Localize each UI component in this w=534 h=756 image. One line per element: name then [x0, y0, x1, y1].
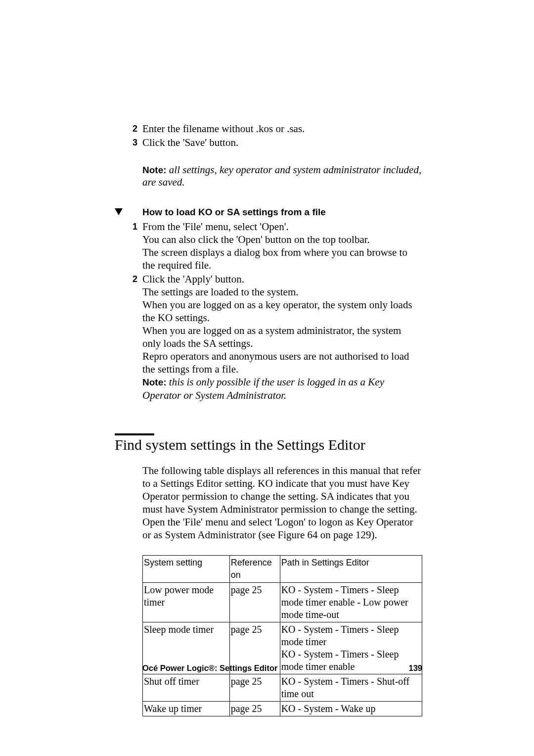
table-row: Low power mode timer page 25 KO - System…: [143, 583, 422, 622]
table-row: Wake up timer page 25 KO - System - Wake…: [143, 702, 422, 716]
footer-title: Océ Power Logic®: Settings Editor: [142, 663, 277, 673]
cell-system-setting: Wake up timer: [143, 702, 230, 716]
step-number: 1: [115, 220, 142, 272]
svg-marker-0: [115, 208, 123, 215]
step-line: You can also click the 'Open' button on …: [142, 233, 422, 246]
step-line: The screen displays a dialog box from wh…: [142, 246, 422, 272]
cell-reference: page 25: [229, 702, 280, 716]
step-number: 3: [115, 136, 142, 149]
step-line: Click the 'Apply' button.: [142, 273, 422, 285]
cell-path: KO - System - Timers - Sleep mode timer …: [280, 583, 422, 622]
step-line: When you are logged on as a system admin…: [142, 324, 422, 350]
note-text: this is only possible if the user is log…: [142, 376, 384, 401]
section-rule: [115, 433, 422, 435]
step-text: Click the 'Save' button.: [142, 136, 422, 149]
table-row: Shut off timer page 25 KO - System - Tim…: [143, 674, 422, 702]
step-body: From the 'File' menu, select 'Open'. You…: [142, 220, 422, 272]
proc-step-1: 1 From the 'File' menu, select 'Open'. Y…: [115, 220, 422, 272]
table-header-row: System setting Reference on Path in Sett…: [143, 556, 422, 583]
step-line: The settings are loaded to the system.: [142, 285, 422, 298]
cell-reference: page 25: [229, 674, 280, 702]
procedure-heading: How to load KO or SA settings from a fil…: [142, 207, 326, 218]
section-paragraph: The following table displays all referen…: [142, 464, 422, 541]
proc-step-2: 2 Click the 'Apply' button. The settings…: [115, 273, 422, 402]
note-label: Note:: [142, 165, 167, 175]
cell-system-setting: Shut off timer: [143, 674, 230, 702]
cell-path: KO - System - Timers - Shut-off time out: [280, 674, 422, 702]
page-footer: Océ Power Logic®: Settings Editor 139: [142, 663, 422, 673]
step-line: When you are logged on as a key operator…: [142, 298, 422, 324]
th-path: Path in Settings Editor: [280, 556, 422, 583]
step-number: 2: [115, 122, 142, 135]
step-text: Enter the filename without .kos or .sas.: [142, 122, 422, 135]
cell-system-setting: Low power mode timer: [143, 583, 230, 622]
note-save-all-settings: Note: all settings, key operator and sys…: [142, 164, 422, 189]
document-page: 2 Enter the filename without .kos or .sa…: [0, 0, 534, 716]
note-label: Note:: [142, 377, 167, 387]
settings-table: System setting Reference on Path in Sett…: [142, 555, 422, 716]
step-line: Repro operators and anonymous users are …: [142, 350, 422, 376]
th-reference-on: Reference on: [229, 556, 280, 583]
cell-reference: page 25: [229, 583, 280, 622]
inline-note: Note: this is only possible if the user …: [142, 376, 422, 402]
step-2: 2 Enter the filename without .kos or .sa…: [115, 122, 422, 135]
triangle-down-icon: [115, 205, 142, 218]
step-line: From the 'File' menu, select 'Open'.: [142, 220, 422, 233]
step-body: Click the 'Apply' button. The settings a…: [142, 273, 422, 402]
step-3: 3 Click the 'Save' button.: [115, 136, 422, 149]
procedure-heading-row: How to load KO or SA settings from a fil…: [115, 205, 422, 218]
th-system-setting: System setting: [143, 556, 230, 583]
step-number: 2: [115, 273, 142, 402]
footer-page-number: 139: [408, 663, 422, 673]
section-title: Find system settings in the Settings Edi…: [115, 436, 422, 453]
note-text: all settings, key operator and system ad…: [142, 164, 421, 188]
cell-path: KO - System - Wake up: [280, 702, 422, 716]
